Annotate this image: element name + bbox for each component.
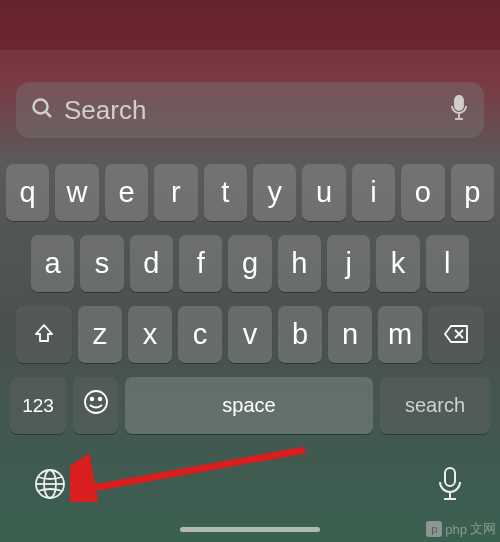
key-y[interactable]: y xyxy=(253,164,296,221)
keyboard-row-2: a s d f g h j k l xyxy=(6,235,494,292)
search-placeholder: Search xyxy=(64,95,448,126)
key-m[interactable]: m xyxy=(378,306,422,363)
svg-point-8 xyxy=(90,398,93,401)
key-action-search[interactable]: search xyxy=(380,377,490,434)
key-a[interactable]: a xyxy=(31,235,74,292)
key-backspace[interactable] xyxy=(428,306,484,363)
emoji-icon xyxy=(82,388,110,423)
watermark: p php 文网 xyxy=(426,520,496,538)
keyboard-row-3: z x c v b n m xyxy=(6,306,494,363)
search-bar[interactable]: Search xyxy=(16,82,484,138)
globe-icon xyxy=(33,467,67,505)
key-q[interactable]: q xyxy=(6,164,49,221)
dictation-button[interactable] xyxy=(432,468,468,504)
key-z[interactable]: z xyxy=(78,306,122,363)
key-v[interactable]: v xyxy=(228,306,272,363)
svg-rect-2 xyxy=(455,96,463,110)
key-d[interactable]: d xyxy=(130,235,173,292)
keyboard: q w e r t y u i o p a s d f g h j k l z … xyxy=(0,158,500,440)
key-n[interactable]: n xyxy=(328,306,372,363)
svg-line-1 xyxy=(46,112,51,117)
svg-point-9 xyxy=(98,398,101,401)
key-b[interactable]: b xyxy=(278,306,322,363)
key-e[interactable]: e xyxy=(105,164,148,221)
search-icon xyxy=(30,96,54,124)
watermark-text: php xyxy=(445,522,467,537)
dictation-inline-icon[interactable] xyxy=(448,94,470,126)
key-space[interactable]: space xyxy=(125,377,373,434)
svg-rect-13 xyxy=(445,468,455,486)
key-shift[interactable] xyxy=(16,306,72,363)
key-g[interactable]: g xyxy=(228,235,271,292)
key-w[interactable]: w xyxy=(55,164,98,221)
key-u[interactable]: u xyxy=(302,164,345,221)
backspace-icon xyxy=(443,318,469,351)
key-r[interactable]: r xyxy=(154,164,197,221)
home-indicator[interactable] xyxy=(180,527,320,532)
watermark-icon: p xyxy=(426,521,442,537)
key-c[interactable]: c xyxy=(178,306,222,363)
watermark-suffix: 文网 xyxy=(470,520,496,538)
key-k[interactable]: k xyxy=(376,235,419,292)
key-emoji[interactable] xyxy=(73,377,118,434)
keyboard-row-bottom: 123 space search xyxy=(6,377,494,434)
key-j[interactable]: j xyxy=(327,235,370,292)
keyboard-row-1: q w e r t y u i o p xyxy=(6,164,494,221)
key-o[interactable]: o xyxy=(401,164,444,221)
microphone-icon xyxy=(435,465,465,507)
key-t[interactable]: t xyxy=(204,164,247,221)
status-backdrop xyxy=(0,0,500,50)
key-p[interactable]: p xyxy=(451,164,494,221)
svg-point-0 xyxy=(34,100,48,114)
key-h[interactable]: h xyxy=(278,235,321,292)
key-i[interactable]: i xyxy=(352,164,395,221)
shift-icon xyxy=(33,318,55,351)
key-l[interactable]: l xyxy=(426,235,469,292)
key-x[interactable]: x xyxy=(128,306,172,363)
globe-switch-keyboard[interactable] xyxy=(32,468,68,504)
svg-point-7 xyxy=(85,391,107,413)
key-numbers[interactable]: 123 xyxy=(10,377,66,434)
key-s[interactable]: s xyxy=(80,235,123,292)
key-f[interactable]: f xyxy=(179,235,222,292)
